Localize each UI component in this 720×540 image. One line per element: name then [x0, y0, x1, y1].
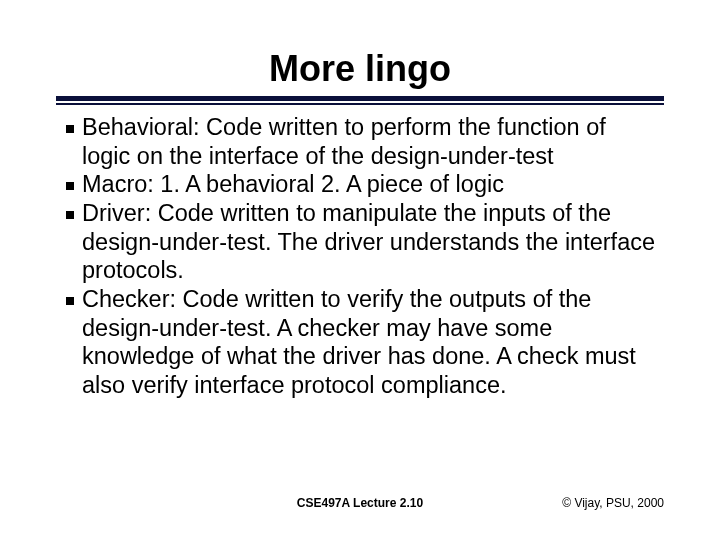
square-bullet-icon	[66, 182, 74, 190]
footer-copyright: © Vijay, PSU, 2000	[562, 496, 664, 510]
square-bullet-icon	[66, 297, 74, 305]
bullet-text: Checker: Code written to verify the outp…	[82, 285, 660, 400]
list-item: Macro: 1. A behavioral 2. A piece of log…	[60, 170, 660, 199]
bullet-text: Behavioral: Code written to perform the …	[82, 113, 660, 170]
divider-thick	[56, 96, 664, 101]
list-item: Behavioral: Code written to perform the …	[60, 113, 660, 170]
content: Behavioral: Code written to perform the …	[56, 113, 664, 400]
bullet-text: Driver: Code written to manipulate the i…	[82, 199, 660, 285]
square-bullet-icon	[66, 211, 74, 219]
divider-thin	[56, 103, 664, 105]
list-item: Driver: Code written to manipulate the i…	[60, 199, 660, 285]
slide: More lingo Behavioral: Code written to p…	[0, 0, 720, 540]
page-title: More lingo	[56, 48, 664, 90]
bullet-text: Macro: 1. A behavioral 2. A piece of log…	[82, 170, 504, 199]
bullet-list: Behavioral: Code written to perform the …	[60, 113, 660, 400]
square-bullet-icon	[66, 125, 74, 133]
list-item: Checker: Code written to verify the outp…	[60, 285, 660, 400]
